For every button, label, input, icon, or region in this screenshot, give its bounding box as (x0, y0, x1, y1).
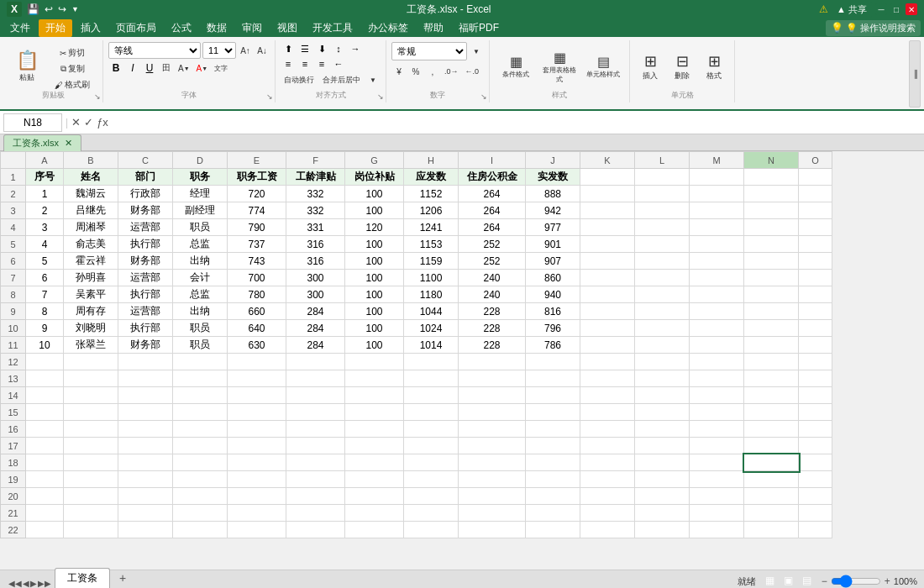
cell-B3[interactable]: 吕继先 (64, 202, 118, 219)
cell-B8[interactable]: 吴素平 (64, 286, 118, 303)
cell-F10[interactable]: 284 (286, 320, 345, 337)
cell-L22[interactable] (635, 522, 690, 538)
cell-B11[interactable]: 张翠兰 (64, 337, 118, 354)
cell-M21[interactable] (690, 505, 744, 522)
cell-M18[interactable] (690, 454, 744, 471)
italic-btn[interactable]: I (125, 60, 140, 76)
cell-I13[interactable] (459, 370, 526, 387)
cell-O13[interactable] (799, 370, 832, 387)
sheet-tab-active[interactable]: 工资条 (55, 568, 110, 588)
cell-N13[interactable] (744, 370, 799, 387)
cell-D12[interactable] (173, 354, 228, 370)
cell-B15[interactable] (64, 404, 118, 421)
cell-G6[interactable]: 100 (345, 253, 404, 270)
row-header-3[interactable]: 3 (1, 202, 26, 219)
cell-A3[interactable]: 2 (26, 202, 64, 219)
cell-G22[interactable] (345, 522, 404, 538)
number-format-select[interactable]: 常规 (391, 42, 467, 60)
cell-D20[interactable] (173, 488, 228, 505)
row-header-8[interactable]: 8 (1, 286, 26, 303)
cell-E9[interactable]: 660 (228, 303, 286, 320)
row-header-9[interactable]: 9 (1, 303, 26, 320)
menu-item-foxitpdf[interactable]: 福昕PDF (452, 19, 506, 37)
cell-D3[interactable]: 副经理 (173, 202, 228, 219)
cell-N7[interactable] (744, 270, 799, 286)
align-left-btn[interactable]: ≡ (281, 57, 296, 71)
quick-redo[interactable]: ↪ (58, 3, 66, 15)
cell-B14[interactable] (64, 387, 118, 404)
cell-F12[interactable] (286, 354, 345, 370)
row-header-18[interactable]: 18 (1, 454, 26, 471)
cell-G21[interactable] (345, 505, 404, 522)
cell-L9[interactable] (635, 303, 690, 320)
cell-C15[interactable] (118, 404, 173, 421)
cell-I10[interactable]: 228 (459, 320, 526, 337)
cell-G10[interactable]: 100 (345, 320, 404, 337)
cell-B1[interactable]: 姓名 (64, 169, 118, 186)
col-header-E[interactable]: E (228, 152, 286, 169)
cell-N12[interactable] (744, 354, 799, 370)
cell-I22[interactable] (459, 522, 526, 538)
search-box[interactable]: 💡 💡 操作说明搜索 (826, 20, 921, 36)
cell-I19[interactable] (459, 471, 526, 488)
cell-B5[interactable]: 俞志美 (64, 236, 118, 253)
cell-C20[interactable] (118, 488, 173, 505)
font-color-btn[interactable]: A▼ (194, 60, 211, 76)
cell-D6[interactable]: 出纳 (173, 253, 228, 270)
cell-J7[interactable]: 860 (526, 270, 580, 286)
cell-H6[interactable]: 1159 (404, 253, 459, 270)
cell-K1[interactable] (580, 169, 635, 186)
cell-B18[interactable] (64, 454, 118, 471)
cell-M14[interactable] (690, 387, 744, 404)
cell-C4[interactable]: 运营部 (118, 219, 173, 236)
cell-O11[interactable] (799, 337, 832, 354)
cell-D9[interactable]: 出纳 (173, 303, 228, 320)
cell-O6[interactable] (799, 253, 832, 270)
cell-I18[interactable] (459, 454, 526, 471)
menu-item-pagelayout[interactable]: 页面布局 (109, 19, 163, 37)
cell-E11[interactable]: 630 (228, 337, 286, 354)
cell-O2[interactable] (799, 186, 832, 202)
cell-J5[interactable]: 901 (526, 236, 580, 253)
cell-C3[interactable]: 财务部 (118, 202, 173, 219)
cell-H3[interactable]: 1206 (404, 202, 459, 219)
delete-btn[interactable]: ⊟ 删除 (667, 42, 697, 91)
cell-F9[interactable]: 284 (286, 303, 345, 320)
menu-item-review[interactable]: 审阅 (235, 19, 269, 37)
cell-F11[interactable]: 284 (286, 337, 345, 354)
cell-E19[interactable] (228, 471, 286, 488)
cell-A14[interactable] (26, 387, 64, 404)
align-middle-btn[interactable]: ☰ (297, 42, 312, 55)
cell-I11[interactable]: 228 (459, 337, 526, 354)
add-sheet-btn[interactable]: + (112, 568, 134, 588)
cell-G16[interactable] (345, 421, 404, 438)
cell-I4[interactable]: 264 (459, 219, 526, 236)
col-header-K[interactable]: K (580, 152, 635, 169)
cell-H17[interactable] (404, 438, 459, 454)
quick-access-dropdown[interactable]: ▼ (71, 5, 79, 13)
cell-M12[interactable] (690, 354, 744, 370)
cell-B7[interactable]: 孙明喜 (64, 270, 118, 286)
cell-D7[interactable]: 会计 (173, 270, 228, 286)
cell-K8[interactable] (580, 286, 635, 303)
wrap-text-btn[interactable]: 自动换行 (281, 72, 318, 87)
cell-B6[interactable]: 霍云祥 (64, 253, 118, 270)
cell-L10[interactable] (635, 320, 690, 337)
cell-A6[interactable]: 5 (26, 253, 64, 270)
formula-input[interactable] (112, 113, 921, 132)
cell-M3[interactable] (690, 202, 744, 219)
grid-wrapper[interactable]: A B C D E F G H I J K L M N O (0, 151, 924, 570)
cell-B12[interactable] (64, 354, 118, 370)
cell-M4[interactable] (690, 219, 744, 236)
cell-A10[interactable]: 9 (26, 320, 64, 337)
cell-I20[interactable] (459, 488, 526, 505)
row-header-2[interactable]: 2 (1, 186, 26, 202)
quick-save[interactable]: 💾 (27, 3, 39, 15)
cell-G20[interactable] (345, 488, 404, 505)
cell-N8[interactable] (744, 286, 799, 303)
cell-I9[interactable]: 228 (459, 303, 526, 320)
row-header-4[interactable]: 4 (1, 219, 26, 236)
cell-E21[interactable] (228, 505, 286, 522)
cell-M1[interactable] (690, 169, 744, 186)
cell-D21[interactable] (173, 505, 228, 522)
